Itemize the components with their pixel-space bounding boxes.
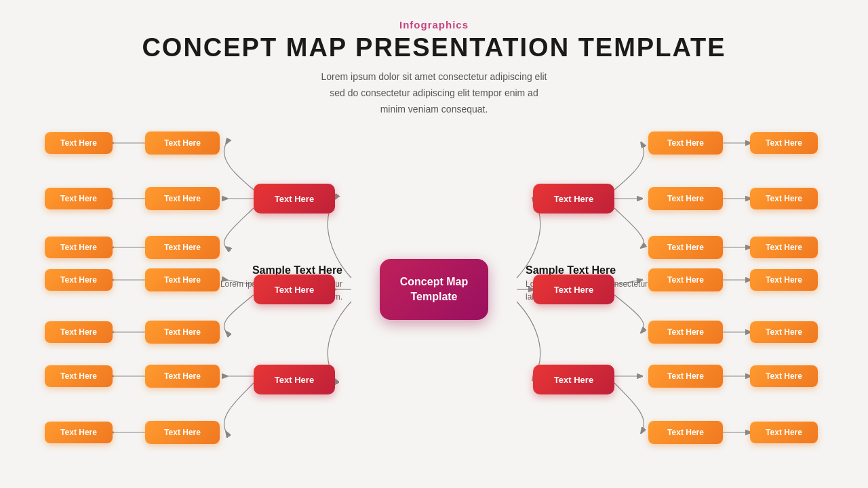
far-left-orange-5[interactable]: Text Here	[45, 321, 113, 343]
left-orange-bot-top[interactable]: Text Here	[145, 365, 220, 388]
right-orange-mid-bot[interactable]: Text Here	[648, 321, 723, 344]
far-right-orange-5[interactable]: Text Here	[750, 321, 818, 343]
right-orange-top-bot[interactable]: Text Here	[648, 236, 723, 259]
right-orange-top-top[interactable]: Text Here	[648, 131, 723, 155]
left-orange-top-bot[interactable]: Text Here	[145, 236, 220, 259]
center-node[interactable]: Concept MapTemplate	[380, 259, 488, 320]
subtitle: Infographics	[0, 19, 868, 30]
far-right-orange-7[interactable]: Text Here	[750, 422, 818, 443]
far-left-orange-4[interactable]: Text Here	[45, 269, 113, 291]
far-right-orange-1[interactable]: Text Here	[750, 132, 818, 154]
right-orange-mid-top[interactable]: Text Here	[648, 268, 723, 291]
far-left-orange-1[interactable]: Text Here	[45, 132, 113, 154]
far-left-orange-6[interactable]: Text Here	[45, 365, 113, 387]
far-right-orange-4[interactable]: Text Here	[750, 269, 818, 291]
description: Lorem ipsum dolor sit amet consectetur a…	[0, 69, 868, 117]
left-red-mid[interactable]: Text Here	[254, 274, 335, 304]
right-red-bot[interactable]: Text Here	[533, 365, 614, 394]
far-left-orange-2[interactable]: Text Here	[45, 188, 113, 209]
left-orange-mid-top[interactable]: Text Here	[145, 268, 220, 291]
left-orange-bot-bot[interactable]: Text Here	[145, 421, 220, 444]
left-orange-top-top[interactable]: Text Here	[145, 131, 220, 155]
right-orange-top-mid[interactable]: Text Here	[648, 187, 723, 210]
far-right-orange-3[interactable]: Text Here	[750, 237, 818, 258]
left-red-bot[interactable]: Text Here	[254, 365, 335, 394]
left-orange-mid-bot[interactable]: Text Here	[145, 321, 220, 344]
right-orange-bot-bot[interactable]: Text Here	[648, 421, 723, 444]
main-title: CONCEPT MAP PRESENTATION TEMPLATE	[0, 33, 868, 62]
header: Infographics CONCEPT MAP PRESENTATION TE…	[0, 0, 868, 117]
right-red-mid[interactable]: Text Here	[533, 274, 614, 304]
right-red-top[interactable]: Text Here	[533, 184, 614, 214]
left-red-top[interactable]: Text Here	[254, 184, 335, 214]
far-right-orange-6[interactable]: Text Here	[750, 365, 818, 387]
far-left-orange-3[interactable]: Text Here	[45, 237, 113, 258]
right-orange-bot-top[interactable]: Text Here	[648, 365, 723, 388]
far-right-orange-2[interactable]: Text Here	[750, 188, 818, 209]
far-left-orange-7[interactable]: Text Here	[45, 422, 113, 443]
left-orange-top-mid[interactable]: Text Here	[145, 187, 220, 210]
